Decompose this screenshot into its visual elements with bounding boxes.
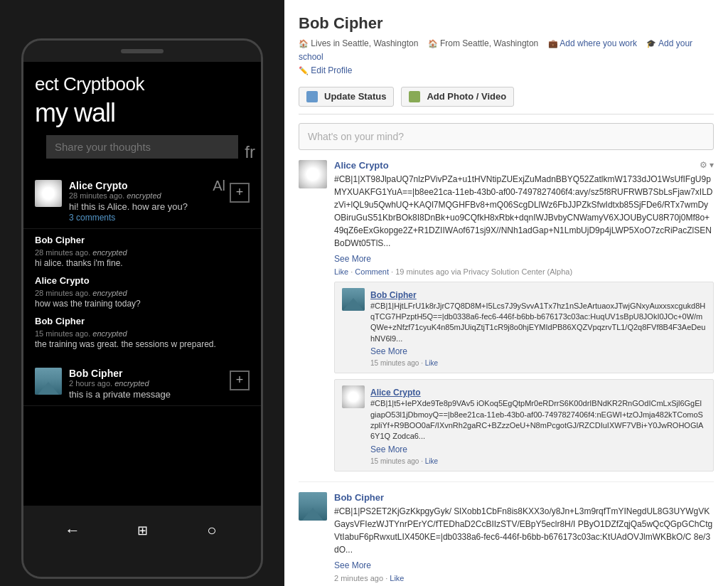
conv-text: the training was great. the sessions w p…: [35, 339, 250, 349]
phone-message-item-2: Bob Cipher 2 hours ago. encrypted this i…: [23, 362, 261, 406]
comment-1-author[interactable]: Bob Cipher: [370, 290, 417, 300]
comment-2-author[interactable]: Alice Crypto: [370, 388, 421, 398]
sidebar-initial-al: Al: [213, 178, 225, 194]
message-text: hi! this is Alice. how are you?: [69, 201, 224, 212]
edit-icon: ✏️: [299, 66, 309, 75]
conv-text: hi alice. thanks i'm fine.: [35, 258, 250, 268]
post-2-avatar: [299, 492, 327, 521]
message-body-2: Bob Cipher 2 hours ago. encrypted this i…: [69, 368, 224, 400]
meta-location: Lives in Seattle, Washington: [311, 38, 418, 48]
post-1-header: Alice Crypto ⚙ ▾: [334, 160, 714, 171]
edit-profile-link[interactable]: Edit Profile: [311, 65, 352, 75]
profile-meta: 🏠 Lives in Seattle, Washington 🏠 From Se…: [299, 37, 714, 78]
phone-bottom-bar: [23, 555, 261, 577]
post-2-author-name[interactable]: Bob Cipher: [334, 492, 384, 503]
conv-sender-name: Bob Cipher: [35, 316, 250, 326]
phone-message-item: Alice Crypto 28 minutes ago. encrypted h…: [23, 174, 261, 229]
comment-1-avatar: [342, 288, 365, 311]
phone-screen: ect Cryptbook my wall fr Alice Crypto 28…: [23, 62, 261, 506]
message-text: this is a private message: [69, 389, 224, 400]
message-meta: 28 minutes ago. encrypted: [69, 191, 224, 200]
comment-2-avatar: [342, 385, 365, 408]
post-1-settings-icon[interactable]: ⚙ ▾: [700, 160, 714, 170]
comment-1-like[interactable]: Like: [425, 359, 438, 367]
comment-1-avatar-image: [342, 288, 365, 311]
conv-meta: 28 minutes ago. encrypted: [35, 248, 127, 257]
fb-action-bar: Update Status Add Photo / Video: [299, 87, 714, 114]
conv-item: Alice Crypto 28 minutes ago. encrypted h…: [35, 275, 250, 309]
post-2-like-link[interactable]: Like: [390, 574, 404, 582]
avatar: [35, 180, 62, 207]
comment-1-see-more[interactable]: See More: [370, 346, 407, 356]
phone-home-button[interactable]: ⊞: [124, 513, 160, 548]
phone-plus-button-2[interactable]: +: [230, 371, 250, 390]
update-status-icon: [306, 91, 318, 102]
conv-item: Bob Cipher 15 minutes ago. encrypted the…: [35, 316, 250, 349]
phone-plus-button[interactable]: +: [230, 183, 250, 203]
fb-comment-1: Bob Cipher #CB|1|HjtLFrU1k8rJjrC7Q8D8M+I…: [334, 282, 714, 374]
conv-sender-name: Bob Cipher: [35, 235, 250, 245]
phone-conversation: Bob Cipher 28 minutes ago. encrypted hi …: [23, 229, 261, 362]
add-photo-button[interactable]: Add Photo / Video: [401, 87, 514, 107]
meta-from: From Seattle, Washington: [440, 38, 538, 48]
post-1-actions: Like · Comment · 19 minutes ago via Priv…: [334, 267, 714, 276]
post-1-comment-link[interactable]: Comment: [355, 267, 389, 276]
phone-back-button[interactable]: ←: [55, 513, 90, 548]
comment-2-like[interactable]: Like: [425, 457, 438, 465]
post-2-text: #CB|1|PS2ET2KjGzKkpgyGyk/ SlXobb1CbFn8is…: [334, 505, 714, 556]
update-status-button[interactable]: Update Status: [299, 87, 394, 107]
add-photo-icon: [409, 91, 420, 102]
phone-top-bar: [23, 41, 261, 62]
phone-sidebar-initial-fr: fr: [245, 142, 255, 162]
phone-container: ect Cryptbook my wall fr Alice Crypto 28…: [0, 0, 284, 586]
post-1-avatar-image: [299, 160, 327, 188]
phone-search-input[interactable]: [46, 135, 238, 159]
post-1-avatar: [299, 160, 327, 188]
add-photo-label: Add Photo / Video: [427, 91, 506, 102]
fb-comment-2: Alice Crypto #CB|1|t5+IePXde9Te8p9VAv5 i…: [334, 379, 714, 472]
school-icon: 🎓: [646, 39, 656, 48]
comment-2-actions: 15 minutes ago · Like: [370, 457, 706, 465]
status-input-box[interactable]: What's on your mind?: [299, 123, 714, 150]
profile-name: Bob Cipher: [299, 14, 714, 33]
fb-post-1: Alice Crypto ⚙ ▾ #CB|1|XT98JlpaUQ7nlzPVi…: [299, 160, 714, 482]
comment-1-text: #CB|1|HjtLFrU1k8rJjrC7Q8D8M+I5Lcs7J9ySvv…: [370, 301, 706, 345]
meta-work-link[interactable]: Add where you work: [560, 38, 637, 48]
post-1-body: Alice Crypto ⚙ ▾ #CB|1|XT98JlpaUQ7nlzPVi…: [334, 160, 714, 472]
message-body: Alice Crypto 28 minutes ago. encrypted h…: [69, 180, 224, 223]
comment-2-body: Alice Crypto #CB|1|t5+IePXde9Te8p9VAv5 i…: [370, 385, 706, 465]
phone-speaker: [121, 49, 164, 53]
work-icon: 💼: [548, 39, 558, 48]
message-sender-name: Alice Crypto: [69, 180, 224, 191]
post-2-actions: 2 minutes ago · Like: [334, 574, 714, 582]
phone-section-title: my wall: [23, 98, 261, 135]
phone-app-title: ect Cryptbook: [23, 62, 261, 98]
conv-text: how was the training today?: [35, 299, 250, 309]
comment-1-actions: 15 minutes ago · Like: [370, 359, 706, 367]
post-1-author-name[interactable]: Alice Crypto: [334, 160, 389, 171]
conv-meta: 15 minutes ago. encrypted: [35, 329, 127, 338]
phone-nav-bar: ← ⊞ ○: [23, 506, 261, 555]
post-1-see-more[interactable]: See More: [334, 254, 371, 264]
hometown-icon: 🏠: [428, 39, 438, 48]
comment-2-see-more[interactable]: See More: [370, 444, 407, 454]
comment-2-text: #CB|1|t5+IePXde9Te8p9VAv5 iOKoq5EgQtpMr0…: [370, 398, 706, 442]
message-meta: 2 hours ago. encrypted: [69, 379, 224, 388]
post-1-text: #CB|1|XT98JlpaUQ7nlzPVivPZa+u1tHVNtipZUE…: [334, 173, 714, 250]
comment-1-body: Bob Cipher #CB|1|HjtLFrU1k8rJjrC7Q8D8M+I…: [370, 288, 706, 368]
phone-device: ect Cryptbook my wall fr Alice Crypto 28…: [21, 38, 263, 579]
avatar-flower-image: [35, 180, 62, 207]
message-comment-link[interactable]: 3 comments: [69, 212, 224, 223]
phone-search-button[interactable]: ○: [194, 513, 230, 548]
comment-2-avatar-image: [342, 385, 365, 408]
conv-meta: 28 minutes ago. encrypted: [35, 289, 127, 297]
status-placeholder-text: What's on your mind?: [308, 131, 404, 142]
fb-profile-container: Bob Cipher 🏠 Lives in Seattle, Washingto…: [284, 0, 728, 586]
post-2-avatar-image: [299, 492, 327, 521]
post-1-like-link[interactable]: Like: [334, 267, 348, 276]
post-2-body: Bob Cipher #CB|1|PS2ET2KjGzKkpgyGyk/ SlX…: [334, 492, 714, 582]
post-2-header: Bob Cipher: [334, 492, 714, 503]
update-status-label: Update Status: [324, 91, 386, 102]
avatar-mountain-image: [35, 368, 62, 395]
post-2-see-more[interactable]: See More: [334, 560, 371, 570]
